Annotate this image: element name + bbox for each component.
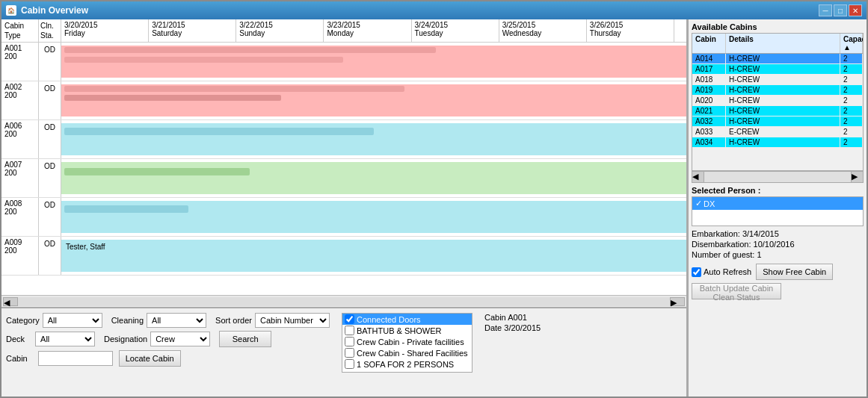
scroll-left-btn[interactable]: ◀ bbox=[3, 297, 18, 306]
cabin-cell: A033 bbox=[692, 127, 726, 137]
auto-refresh-label: Auto Refresh bbox=[704, 267, 751, 276]
table-row[interactable]: A033 E-CREW 2 bbox=[692, 127, 863, 137]
table-row[interactable]: A001200 OD bbox=[1, 43, 686, 81]
cabin-cell: A032 bbox=[692, 116, 726, 126]
main-window: 🏠 Cabin Overview ─ □ ✕ CabinType Cln.Sta… bbox=[0, 0, 868, 398]
auto-refresh-input[interactable] bbox=[692, 267, 701, 277]
cabin-label: A002200 bbox=[1, 81, 39, 119]
category-label: Category bbox=[6, 316, 40, 325]
filter-checkbox[interactable] bbox=[345, 337, 354, 346]
table-row[interactable]: A018 H-CREW 2 bbox=[692, 75, 863, 85]
scroll-right[interactable]: ▶ bbox=[851, 172, 863, 182]
filter-checkbox[interactable] bbox=[345, 326, 354, 335]
capacity-cell: 2 bbox=[840, 54, 863, 63]
cabin-label: A001200 bbox=[1, 43, 39, 81]
filter-list-container: Connected Doors BATHTUB & SHOWER Crew Ca… bbox=[342, 313, 473, 373]
date-info-row: Date 3/20/2015 bbox=[484, 323, 541, 332]
cabin-timeline bbox=[61, 159, 686, 197]
guests-row: Number of guest: 1 bbox=[692, 250, 864, 259]
filter-checkbox[interactable] bbox=[345, 359, 354, 369]
batch-update-button[interactable]: Batch Update CabinClean Status bbox=[692, 283, 781, 299]
category-select[interactable]: All bbox=[43, 313, 102, 328]
table-row[interactable]: A034 H-CREW 2 bbox=[692, 137, 863, 148]
list-item[interactable]: 1 SOFA FOR 2 PERSONS bbox=[342, 358, 472, 370]
table-row[interactable]: A020 H-CREW 2 bbox=[692, 96, 863, 106]
cabin-date-info: Cabin A001 Date 3/20/2015 bbox=[484, 313, 541, 332]
table-row[interactable]: A021 H-CREW 2 bbox=[692, 106, 863, 116]
calendar-scroll-area: CabinType Cln.Sta. 3/20/2015Friday 3/21/… bbox=[1, 19, 686, 307]
cabin-status: OD bbox=[39, 159, 61, 197]
disembark-label: Disembarkation: bbox=[692, 240, 751, 249]
cleaning-select[interactable]: All bbox=[147, 313, 206, 328]
scroll-right-btn[interactable]: ▶ bbox=[670, 297, 685, 306]
cabin-col-header: Cabin bbox=[692, 34, 726, 53]
person-item[interactable]: ✓ DX bbox=[692, 197, 863, 210]
category-row: Category All Cleaning All Sort order Cab… bbox=[6, 313, 330, 328]
maximize-button[interactable]: □ bbox=[834, 4, 847, 16]
title-buttons: ─ □ ✕ bbox=[819, 4, 862, 16]
list-item[interactable]: BATHTUB & SHOWER bbox=[342, 325, 472, 336]
close-button[interactable]: ✕ bbox=[849, 4, 862, 16]
available-cabins-table[interactable]: Cabin Details Capacity ▲ A014 H-CREW 2 A… bbox=[692, 33, 864, 171]
list-item[interactable]: Connected Doors bbox=[342, 314, 472, 325]
table-row[interactable]: A017 H-CREW 2 bbox=[692, 64, 863, 75]
table-row[interactable]: A014 H-CREW 2 bbox=[692, 54, 863, 64]
calendar-header: CabinType Cln.Sta. 3/20/2015Friday 3/21/… bbox=[1, 19, 686, 43]
left-panel: CabinType Cln.Sta. 3/20/2015Friday 3/21/… bbox=[1, 19, 687, 397]
cabin-input[interactable] bbox=[38, 351, 113, 366]
cabin-status: OD bbox=[39, 81, 61, 119]
details-col-header: Details bbox=[726, 34, 840, 53]
date-col-5: 3/24/2015Tuesday bbox=[412, 19, 499, 42]
deck-select[interactable]: All bbox=[35, 332, 95, 346]
calendar-body-container: A001200 OD A002200 bbox=[1, 43, 686, 295]
table-h-scrollbar[interactable]: ◀ ▶ bbox=[692, 171, 864, 183]
cabin-timeline bbox=[61, 120, 686, 158]
cabin-label: A009200 bbox=[1, 237, 39, 275]
sort-select[interactable]: Cabin Number bbox=[255, 313, 330, 328]
cabin-cell: A019 bbox=[692, 85, 726, 95]
table-row[interactable]: A007200 OD bbox=[1, 159, 686, 198]
scroll-track[interactable] bbox=[18, 297, 670, 306]
guests-label: Number of guest: bbox=[692, 250, 754, 259]
table-row[interactable]: A002200 OD bbox=[1, 81, 686, 120]
show-free-cabin-button[interactable]: Show Free Cabin bbox=[756, 264, 833, 280]
deck-row: Deck All Designation Crew Search bbox=[6, 331, 330, 347]
filter-list[interactable]: Connected Doors BATHTUB & SHOWER Crew Ca… bbox=[342, 313, 473, 373]
minimize-button[interactable]: ─ bbox=[819, 4, 832, 16]
table-row[interactable]: A032 H-CREW 2 bbox=[692, 116, 863, 127]
table-row[interactable]: A006200 OD bbox=[1, 120, 686, 159]
calendar-body[interactable]: A001200 OD A002200 bbox=[1, 43, 686, 295]
date-col-4: 3/23/2015Monday bbox=[324, 19, 411, 42]
capacity-cell: 2 bbox=[840, 75, 863, 84]
details-cell: H-CREW bbox=[726, 137, 840, 147]
cleaning-label: Cleaning bbox=[111, 316, 144, 325]
table-row[interactable]: A019 H-CREW 2 bbox=[692, 85, 863, 96]
designation-select[interactable]: Crew bbox=[150, 332, 210, 346]
auto-refresh-checkbox[interactable]: Auto Refresh bbox=[692, 267, 751, 277]
scroll-left[interactable]: ◀ bbox=[692, 172, 704, 182]
window-icon: 🏠 bbox=[6, 5, 16, 16]
cabin-timeline bbox=[61, 81, 686, 119]
scrollbar-spacer bbox=[674, 19, 686, 42]
list-item[interactable]: Crew Cabin - Private facilities bbox=[342, 336, 472, 347]
filter-checkbox[interactable] bbox=[345, 314, 354, 324]
horizontal-scrollbar[interactable]: ◀ ▶ bbox=[1, 295, 686, 307]
table-row[interactable]: A008200 OD bbox=[1, 198, 686, 237]
embarkation-info: Embarkation: 3/14/2015 Disembarkation: 1… bbox=[692, 229, 864, 261]
available-cabins-title: Available Cabins bbox=[692, 22, 864, 31]
main-content: CabinType Cln.Sta. 3/20/2015Friday 3/21/… bbox=[1, 19, 867, 397]
designation-label: Designation bbox=[104, 335, 147, 343]
filter-checkbox[interactable] bbox=[345, 348, 354, 358]
cabin-label: A008200 bbox=[1, 198, 39, 236]
table-row[interactable]: A009200 OD Tester, Staff bbox=[1, 237, 686, 276]
window-title: Cabin Overview bbox=[21, 5, 88, 16]
details-cell: E-CREW bbox=[726, 127, 840, 137]
date-col-2: 3/21/2015Saturday bbox=[149, 19, 236, 42]
details-cell: H-CREW bbox=[726, 54, 840, 63]
selected-person-box[interactable]: ✓ DX bbox=[692, 196, 864, 226]
left-filters: Category All Cleaning All Sort order Cab… bbox=[6, 313, 330, 367]
cabin-info-row: Cabin A001 bbox=[484, 313, 541, 322]
locate-cabin-button[interactable]: Locate Cabin bbox=[119, 350, 181, 367]
list-item[interactable]: Crew Cabin - Shared Facilities bbox=[342, 347, 472, 358]
search-button[interactable]: Search bbox=[219, 331, 271, 347]
